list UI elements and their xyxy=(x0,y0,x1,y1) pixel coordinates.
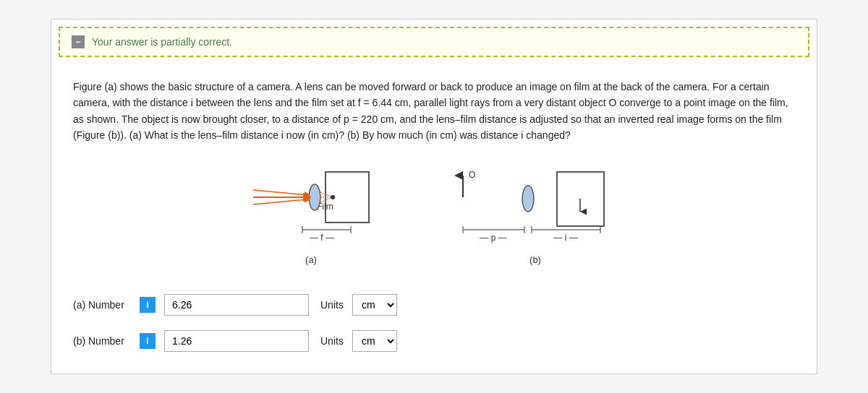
alert-text: Your answer is partially correct. xyxy=(92,36,232,48)
answers-section: (a) Number i Units cm m mm (b) Number i … xyxy=(73,287,795,359)
svg-point-17 xyxy=(522,186,534,212)
answer-b-label: (b) Number xyxy=(73,335,131,347)
answer-row-a: (a) Number i Units cm m mm xyxy=(73,294,795,316)
units-select-b[interactable]: cm m mm xyxy=(352,330,397,352)
svg-line-3 xyxy=(253,190,307,195)
alert-icon-symbol: − xyxy=(75,37,80,47)
svg-text:— p —: — p — xyxy=(480,233,506,243)
svg-line-5 xyxy=(253,199,307,204)
svg-text:O: O xyxy=(469,170,475,180)
problem-text: Figure (a) shows the basic structure of … xyxy=(73,79,795,144)
alert-banner: − Your answer is partially correct. xyxy=(59,27,809,57)
figure-b-label: (b) xyxy=(529,254,541,265)
svg-point-2 xyxy=(309,184,320,210)
alert-icon: − xyxy=(72,35,85,48)
figure-a: Film — f — xyxy=(239,157,383,265)
svg-text:— i —: — i — xyxy=(553,233,577,243)
units-select-a[interactable]: cm m mm xyxy=(352,294,397,316)
figure-a-label: (a) xyxy=(305,254,317,265)
figure-a-svg: Film — f — xyxy=(239,157,383,251)
answer-row-b: (b) Number i Units cm m mm xyxy=(73,330,795,352)
main-content: Figure (a) shows the basic structure of … xyxy=(51,64,817,374)
figures-container: Film — f — xyxy=(73,157,795,265)
answer-a-input[interactable] xyxy=(164,294,309,316)
info-button-b[interactable]: i xyxy=(140,333,156,349)
units-label-b: Units xyxy=(320,335,344,347)
answer-b-input[interactable] xyxy=(164,330,309,352)
figure-b-svg: O — p — — i — xyxy=(441,157,629,251)
answer-a-label: (a) Number xyxy=(73,299,131,311)
figure-b: O — p — — i — xyxy=(441,157,629,265)
svg-text:— f —: — f — xyxy=(310,233,334,243)
svg-point-9 xyxy=(331,195,335,199)
info-button-a[interactable]: i xyxy=(140,297,156,313)
units-label-a: Units xyxy=(320,299,344,311)
main-container: − Your answer is partially correct. Figu… xyxy=(51,19,817,375)
